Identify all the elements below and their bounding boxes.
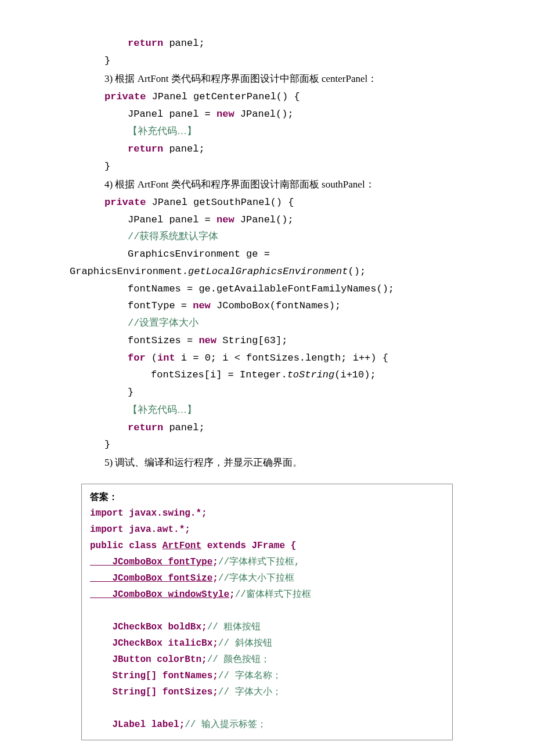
field-name: fontNames bbox=[163, 671, 212, 681]
answer-label: 答案： bbox=[90, 489, 445, 505]
code-line: JPanel panel = new JPanel(); bbox=[0, 211, 534, 229]
code-comment: //设置字体大小 bbox=[128, 318, 199, 329]
answer-box: 答案： import javax.swing.*; import java.aw… bbox=[81, 484, 453, 740]
close-brace: } bbox=[104, 439, 110, 450]
code-text: panel; bbox=[163, 38, 204, 49]
field-name: fontType bbox=[168, 557, 212, 567]
close-brace: } bbox=[104, 161, 110, 172]
code-comment: //窗体样式下拉框 bbox=[235, 589, 311, 600]
field-name: windowStyle bbox=[168, 589, 229, 600]
type-decl: JCheckBox bbox=[90, 638, 168, 649]
type-decl: JLabel bbox=[90, 719, 151, 730]
code-line: JButton colorBtn;// 颜色按钮； bbox=[90, 651, 445, 668]
code-line: //获得系统默认字体 bbox=[0, 228, 534, 246]
code-line: JCheckBox boldBx;// 粗体按钮 bbox=[90, 619, 445, 635]
code-line: return panel; bbox=[0, 419, 534, 437]
type-decl: JComboBox bbox=[90, 557, 168, 567]
semicolon: ; bbox=[212, 687, 218, 697]
code-line: private JPanel getSouthPanel() { bbox=[0, 194, 534, 211]
placeholder-text: 【补充代码…】 bbox=[128, 404, 197, 415]
type-decl: String[] bbox=[90, 671, 163, 681]
code-text: fontNames = ge.getAvailableFontFamilyNam… bbox=[128, 283, 394, 294]
code-text: ( bbox=[146, 352, 157, 363]
keyword-private: private bbox=[104, 197, 146, 208]
code-text: java.awt.*; bbox=[124, 524, 190, 535]
code-comment: //字体样式下拉框, bbox=[218, 557, 300, 567]
code-line: public class ArtFont extends JFrame { bbox=[90, 538, 445, 554]
code-text: String[63]; bbox=[217, 335, 287, 346]
code-comment: //字体大小下拉框 bbox=[218, 573, 294, 584]
code-line: return panel; bbox=[0, 35, 534, 52]
type-decl: JComboBox bbox=[90, 573, 168, 584]
code-line: import java.awt.*; bbox=[90, 521, 445, 538]
field-name: fontSize bbox=[168, 573, 212, 584]
code-line: return panel; bbox=[0, 141, 534, 158]
code-comment: // 颜色按钮； bbox=[207, 654, 270, 665]
code-text: JPanel panel = bbox=[128, 214, 217, 225]
type-decl: JComboBox bbox=[90, 589, 168, 600]
code-line: private JPanel getCenterPanel() { bbox=[0, 88, 534, 106]
item-text: 根据 ArtFont 类代码和程序界面图设计中部面板 centerPanel： bbox=[113, 73, 377, 84]
code-section: return panel; } 3) 根据 ArtFont 类代码和程序界面图设… bbox=[0, 35, 534, 472]
code-line: } bbox=[0, 384, 534, 401]
code-comment: // 粗体按钮 bbox=[207, 622, 261, 632]
item-num: 4) bbox=[104, 179, 113, 190]
code-text: fontSizes[i] = Integer. bbox=[151, 369, 287, 380]
code-text: (); bbox=[348, 266, 366, 277]
code-comment: // 斜体按钮 bbox=[218, 638, 272, 649]
code-line: JComboBox fontType;//字体样式下拉框, bbox=[90, 554, 445, 570]
field-name: fontSizes bbox=[163, 687, 212, 697]
semicolon: ; bbox=[201, 654, 207, 665]
keyword-new: new bbox=[199, 335, 217, 346]
keyword-private: private bbox=[104, 91, 146, 102]
keyword-return: return bbox=[128, 38, 163, 49]
item-text: 调试、编译和运行程序，并显示正确界面。 bbox=[113, 457, 302, 468]
item-num: 3) bbox=[104, 73, 113, 84]
field-name: boldBx bbox=[168, 622, 201, 632]
code-line: JLabel label;// 输入提示标签； bbox=[90, 717, 445, 733]
code-text-italic: toString bbox=[287, 369, 335, 380]
code-line: } bbox=[0, 158, 534, 175]
code-line: fontSizes[i] = Integer.toString(i+10); bbox=[0, 366, 534, 384]
code-line: import javax.swing.*; bbox=[90, 505, 445, 521]
code-comment: // 字体大小； bbox=[218, 687, 282, 697]
code-line: fontType = new JComboBox(fontNames); bbox=[0, 297, 534, 315]
code-text: JPanel panel = bbox=[128, 109, 217, 120]
code-text: JPanel(); bbox=[234, 214, 294, 225]
type-decl: String[] bbox=[90, 687, 163, 697]
class-name: ArtFont bbox=[163, 541, 201, 551]
keyword-new: new bbox=[217, 214, 234, 225]
code-text-italic: getLocalGraphicsEnvironment bbox=[188, 266, 348, 277]
code-text: (i+10); bbox=[334, 369, 376, 380]
code-line: JPanel panel = new JPanel(); bbox=[0, 106, 534, 123]
code-text: JPanel(); bbox=[234, 109, 294, 120]
code-text: fontType = bbox=[128, 300, 193, 311]
code-line: GraphicsEnvironment.getLocalGraphicsEnvi… bbox=[0, 263, 534, 280]
field-name: label bbox=[151, 719, 179, 730]
code-text: JPanel getSouthPanel() { bbox=[146, 197, 294, 208]
code-text: GraphicsEnvironment ge = bbox=[128, 249, 270, 260]
code-text: JComboBox(fontNames); bbox=[211, 300, 341, 311]
code-text: JFrame { bbox=[246, 541, 296, 551]
code-text: fontSizes = bbox=[128, 335, 199, 346]
code-text: panel; bbox=[163, 143, 204, 154]
code-line: JComboBox fontSize;//字体大小下拉框 bbox=[90, 570, 445, 586]
code-text: javax.swing.*; bbox=[124, 508, 207, 519]
keyword-new: new bbox=[193, 300, 211, 311]
code-line: 【补充代码…】 bbox=[0, 401, 534, 419]
code-text: panel; bbox=[163, 422, 204, 433]
code-line: } bbox=[0, 436, 534, 453]
code-comment: // 字体名称； bbox=[218, 671, 282, 681]
semicolon: ; bbox=[212, 671, 218, 681]
close-brace: } bbox=[104, 55, 110, 66]
field-name: colorBtn bbox=[157, 654, 201, 665]
code-line: fontSizes = new String[63]; bbox=[0, 332, 534, 350]
semicolon: ; bbox=[212, 573, 218, 584]
close-brace: } bbox=[128, 387, 134, 398]
field-name: italicBx bbox=[168, 638, 212, 649]
code-line: 【补充代码…】 bbox=[0, 123, 534, 141]
semicolon: ; bbox=[201, 622, 207, 632]
placeholder-text: 【补充代码…】 bbox=[128, 125, 197, 136]
semicolon: ; bbox=[212, 638, 218, 649]
code-line: for (int i = 0; i < fontSizes.length; i+… bbox=[0, 350, 534, 367]
